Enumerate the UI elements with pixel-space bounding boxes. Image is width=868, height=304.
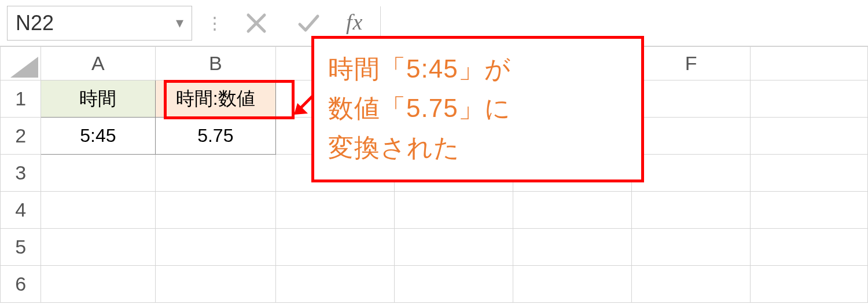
col-header-b[interactable]: B: [155, 47, 275, 80]
annotation-line: 数値「5.75」に: [328, 89, 627, 128]
cancel-button[interactable]: [236, 7, 277, 39]
cell-e6[interactable]: [513, 266, 632, 303]
cell-a2[interactable]: 5:45: [41, 118, 155, 155]
cell-d4[interactable]: [395, 192, 513, 229]
row-header-2[interactable]: 2: [1, 118, 41, 155]
select-all-corner[interactable]: [1, 47, 41, 80]
cell-b2[interactable]: 5.75: [155, 118, 275, 155]
cell-g3[interactable]: [750, 155, 867, 192]
cell-c4[interactable]: [275, 192, 394, 229]
name-box-dropdown-icon[interactable]: ▾: [176, 14, 183, 32]
name-box[interactable]: N22 ▾: [7, 6, 192, 41]
cell-d6[interactable]: [395, 266, 513, 303]
cell-d5[interactable]: [395, 229, 513, 266]
cell-b1[interactable]: 時間:数値: [155, 80, 275, 118]
col-header-f[interactable]: F: [632, 47, 751, 80]
row-header-4[interactable]: 4: [1, 192, 41, 229]
cell-b3[interactable]: [155, 155, 275, 192]
cell-a1[interactable]: 時間: [41, 80, 155, 118]
row-header-6[interactable]: 6: [1, 266, 41, 303]
fx-label[interactable]: fx: [340, 9, 369, 37]
annotation-line: 変換された: [328, 128, 627, 167]
cell-g1[interactable]: [750, 80, 867, 118]
cell-c5[interactable]: [275, 229, 394, 266]
cell-g6[interactable]: [750, 266, 867, 303]
annotation-callout: 時間「5:45」が 数値「5.75」に 変換された: [311, 36, 644, 182]
cell-a5[interactable]: [41, 229, 155, 266]
cell-c6[interactable]: [275, 266, 394, 303]
cell-a6[interactable]: [41, 266, 155, 303]
annotation-line: 時間「5:45」が: [328, 49, 627, 89]
cell-f1[interactable]: [632, 80, 751, 118]
row-header-5[interactable]: 5: [1, 229, 41, 266]
col-header-a[interactable]: A: [41, 47, 155, 80]
spreadsheet-grid: A B C D E F 1 時間 時間:数値 2 5:45 5.75: [0, 46, 868, 303]
cell-b6[interactable]: [155, 266, 275, 303]
cell-b5[interactable]: [155, 229, 275, 266]
cell-f4[interactable]: [632, 192, 751, 229]
row-header-1[interactable]: 1: [1, 80, 41, 118]
formula-input[interactable]: [380, 6, 861, 40]
cell-e4[interactable]: [513, 192, 632, 229]
cell-f5[interactable]: [632, 229, 751, 266]
cell-f6[interactable]: [632, 266, 751, 303]
cell-a4[interactable]: [41, 192, 155, 229]
cell-f2[interactable]: [632, 118, 751, 155]
cell-f3[interactable]: [632, 155, 751, 192]
cell-a3[interactable]: [41, 155, 155, 192]
x-icon: [245, 12, 268, 35]
check-icon: [297, 12, 320, 35]
cell-e5[interactable]: [513, 229, 632, 266]
separator-icon: ⋮: [204, 13, 225, 33]
col-header-g[interactable]: [750, 47, 867, 80]
cell-g2[interactable]: [750, 118, 867, 155]
enter-button[interactable]: [288, 7, 329, 39]
cell-b4[interactable]: [155, 192, 275, 229]
row-header-3[interactable]: 3: [1, 155, 41, 192]
name-box-value: N22: [16, 11, 54, 35]
cell-g4[interactable]: [750, 192, 867, 229]
cell-g5[interactable]: [750, 229, 867, 266]
